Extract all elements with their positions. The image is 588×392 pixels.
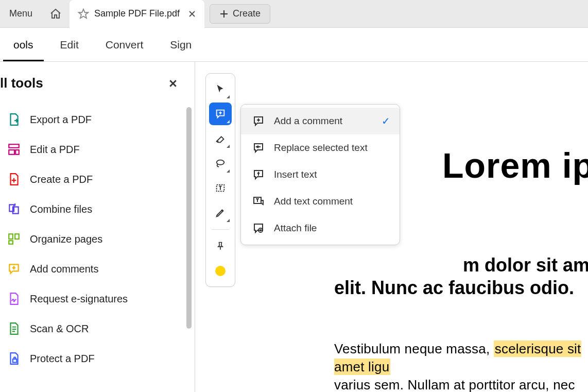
svg-rect-4 bbox=[9, 234, 13, 239]
cursor-icon bbox=[215, 83, 226, 95]
tool-organize-pages[interactable]: Organize pages bbox=[0, 225, 195, 253]
body: ll tools Export a PDF Edit a PDF Create … bbox=[0, 62, 588, 392]
nav-sign[interactable]: Sign bbox=[157, 28, 205, 61]
tool-list: Export a PDF Edit a PDF Create a PDF Com… bbox=[0, 106, 195, 372]
all-tools-panel: ll tools Export a PDF Edit a PDF Create … bbox=[0, 62, 195, 392]
document-paragraph: Vestibulum neque massa, scelerisque sit … bbox=[334, 340, 588, 392]
tab-bar: Menu Sample PDF File.pdf Create bbox=[0, 0, 588, 28]
tool-label: Edit a PDF bbox=[30, 144, 80, 156]
document-subtitle-line2: elit. Nunc ac faucibus odio. bbox=[334, 277, 588, 299]
tab-close-button[interactable] bbox=[185, 7, 199, 21]
document-page[interactable]: Lorem ips m dolor sit amet, c elit. Nunc… bbox=[267, 62, 588, 392]
edit-pdf-icon bbox=[7, 143, 21, 156]
tab-title: Sample PDF File.pdf bbox=[94, 8, 180, 19]
scrollbar[interactable] bbox=[186, 107, 192, 329]
replace-text-icon bbox=[252, 142, 265, 154]
eraser-icon bbox=[215, 133, 226, 144]
comment-tool[interactable] bbox=[209, 103, 232, 125]
svg-rect-3 bbox=[15, 150, 19, 155]
tool-protect-pdf[interactable]: Protect a PDF bbox=[0, 345, 195, 372]
close-icon bbox=[169, 79, 177, 88]
draw-tool[interactable] bbox=[209, 201, 232, 224]
tool-request-esignatures[interactable]: Request e-signatures bbox=[0, 285, 195, 313]
svg-rect-2 bbox=[9, 150, 14, 155]
tool-edit-pdf[interactable]: Edit a PDF bbox=[0, 135, 195, 163]
tool-scan-ocr[interactable]: Scan & OCR bbox=[0, 315, 195, 343]
nav-edit[interactable]: Edit bbox=[47, 28, 92, 61]
pin-tool[interactable] bbox=[209, 235, 232, 258]
tool-combine-files[interactable]: Combine files bbox=[0, 195, 195, 223]
lasso-tool[interactable] bbox=[209, 152, 232, 175]
tool-create-pdf[interactable]: Create a PDF bbox=[0, 165, 195, 193]
pin-icon bbox=[215, 241, 226, 251]
active-tab[interactable]: Sample PDF File.pdf bbox=[70, 0, 204, 28]
color-swatch-icon bbox=[215, 266, 226, 276]
nav-all-tools[interactable]: ools bbox=[0, 28, 47, 61]
create-button[interactable]: Create bbox=[210, 4, 270, 24]
tool-label: Scan & OCR bbox=[30, 323, 89, 335]
create-pdf-icon bbox=[7, 173, 21, 186]
tool-label: Create a PDF bbox=[30, 174, 93, 185]
home-icon bbox=[49, 8, 62, 20]
pencil-icon bbox=[215, 207, 226, 218]
tool-label: Combine files bbox=[30, 203, 92, 215]
document-title: Lorem ips bbox=[442, 145, 588, 185]
color-swatch-button[interactable] bbox=[209, 260, 232, 282]
svg-rect-7 bbox=[13, 359, 17, 363]
nav-convert[interactable]: Convert bbox=[92, 28, 157, 61]
eraser-tool[interactable] bbox=[209, 127, 232, 150]
svg-rect-5 bbox=[15, 234, 19, 239]
tool-label: Add comments bbox=[30, 263, 98, 275]
all-tools-title: ll tools bbox=[0, 75, 43, 91]
svg-marker-0 bbox=[79, 9, 88, 18]
panel-close-button[interactable] bbox=[166, 76, 180, 91]
svg-rect-1 bbox=[9, 144, 19, 148]
tool-label: Export a PDF bbox=[30, 114, 92, 126]
close-icon bbox=[188, 10, 196, 18]
svg-point-8 bbox=[217, 160, 224, 165]
attach-file-icon bbox=[252, 222, 265, 234]
document-workspace: Add a comment ✓ Replace selected text In… bbox=[195, 62, 588, 392]
tool-add-comments[interactable]: Add comments bbox=[0, 255, 195, 283]
insert-text-icon bbox=[252, 168, 265, 181]
svg-rect-6 bbox=[9, 241, 13, 244]
lasso-icon bbox=[215, 158, 226, 169]
para-text: varius sem. Nullam at porttitor arcu, ne… bbox=[334, 377, 575, 392]
textbox-icon bbox=[215, 182, 226, 194]
text-comment-icon bbox=[252, 195, 265, 208]
create-label: Create bbox=[233, 8, 261, 19]
export-pdf-icon bbox=[7, 113, 21, 126]
tool-label: Request e-signatures bbox=[30, 293, 128, 305]
comment-toolbar bbox=[205, 73, 235, 287]
star-icon bbox=[78, 8, 89, 20]
divider bbox=[212, 229, 229, 230]
tool-label: Organize pages bbox=[30, 233, 102, 245]
document-subtitle-line1: m dolor sit amet, c bbox=[463, 254, 588, 276]
tool-export-pdf[interactable]: Export a PDF bbox=[0, 106, 195, 133]
lock-icon bbox=[7, 352, 21, 365]
tool-label: Protect a PDF bbox=[30, 353, 95, 365]
plus-icon bbox=[219, 9, 229, 19]
comment-plus-icon bbox=[252, 115, 265, 127]
textbox-tool[interactable] bbox=[209, 177, 232, 199]
secondary-nav: ools Edit Convert Sign bbox=[0, 28, 588, 62]
comment-icon bbox=[215, 108, 226, 120]
organize-pages-icon bbox=[7, 232, 21, 246]
home-button[interactable] bbox=[42, 0, 70, 28]
add-comments-icon bbox=[7, 262, 21, 276]
menu-button[interactable]: Menu bbox=[0, 0, 42, 28]
select-tool[interactable] bbox=[209, 78, 232, 100]
scan-ocr-icon bbox=[7, 322, 21, 335]
para-text: Vestibulum neque massa, bbox=[334, 341, 494, 356]
combine-files-icon bbox=[7, 202, 21, 216]
signature-icon bbox=[7, 292, 21, 305]
